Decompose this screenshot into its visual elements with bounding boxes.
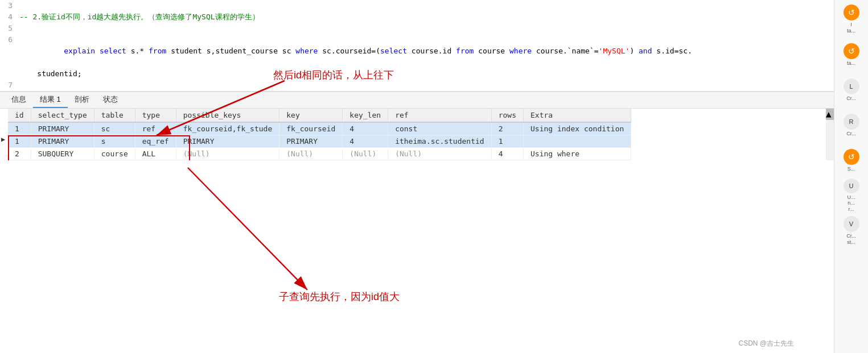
- code-line-6: 6 explain select s.* from student s,stud…: [0, 34, 834, 68]
- line-number: 3: [0, 0, 17, 11]
- code-content: -- 2.验证id不同，id越大越先执行。（查询选修了MySQL课程的学生）: [17, 11, 834, 23]
- refresh-icon-1: ↺: [844, 5, 859, 20]
- sidebar-btn-4[interactable]: R Cr...: [838, 108, 865, 142]
- cell-rows: 1: [491, 135, 523, 148]
- col-rows: rows: [491, 109, 523, 122]
- col-ref: ref: [388, 109, 492, 122]
- cell-extra: Using where: [523, 148, 631, 160]
- cell-select-type: SUBQUERY: [31, 148, 94, 160]
- sidebar-btn-6[interactable]: U U...n...r...: [838, 178, 865, 213]
- sidebar-label-7: Cr...st...: [846, 233, 856, 246]
- l-icon: L: [844, 78, 859, 94]
- col-select-type: select_type: [31, 109, 94, 122]
- code-line-6b: studentid;: [0, 68, 834, 80]
- tab-result1[interactable]: 结果 1: [33, 92, 68, 108]
- r-icon: R: [844, 114, 859, 130]
- sidebar-btn-5[interactable]: ↺ S...: [838, 143, 865, 177]
- cell-possible-keys: (Null): [176, 148, 279, 160]
- cell-possible-keys: PRIMARY: [176, 135, 279, 148]
- cell-key: fk_courseid: [279, 122, 343, 135]
- cell-extra: [523, 135, 631, 148]
- cell-select-type: PRIMARY: [31, 122, 94, 135]
- col-key: key: [279, 109, 343, 122]
- cell-ref: (Null): [388, 148, 492, 160]
- row-indicator: ▶: [1, 135, 5, 143]
- col-type: type: [135, 109, 176, 122]
- results-table: id select_type table type possible_keys …: [8, 109, 631, 160]
- cell-id: 1: [8, 122, 31, 135]
- sidebar-label-1: Ita...: [847, 22, 855, 34]
- cell-rows: 2: [491, 122, 523, 135]
- cell-key-len: (Null): [343, 148, 388, 160]
- line-number: 5: [0, 23, 17, 34]
- cell-select-type: PRIMARY: [31, 135, 94, 148]
- sidebar-label-2: ta...: [847, 60, 855, 66]
- sidebar-btn-7[interactable]: V Cr...st...: [838, 214, 865, 248]
- code-line-3: 3: [0, 0, 834, 11]
- results-section: ▶ id select_type table type possible_key…: [0, 109, 834, 160]
- refresh-icon-3: ↺: [844, 149, 859, 165]
- svg-line-2: [188, 168, 307, 290]
- col-table: table: [94, 109, 135, 122]
- cell-type: eq_ref: [135, 135, 176, 148]
- cell-possible-keys: fk_courseid,fk_stude: [176, 122, 279, 135]
- cell-table: course: [94, 148, 135, 160]
- cell-table: sc: [94, 122, 135, 135]
- annotation-bottom-text: 子查询先执行，因为id值大: [279, 290, 400, 304]
- col-key-len: key_len: [343, 109, 388, 122]
- refresh-icon-2: ↺: [844, 43, 859, 59]
- cell-type: ALL: [135, 148, 176, 160]
- sidebar-btn-1[interactable]: ↺ Ita...: [838, 2, 865, 36]
- line-number: 6: [0, 34, 17, 45]
- cell-table: s: [94, 135, 135, 148]
- table-row: 2 SUBQUERY course ALL (Null) (Null) (Nul…: [8, 148, 631, 160]
- cell-extra: Using index condition: [523, 122, 631, 135]
- sidebar-label-6: U...n...r...: [847, 194, 855, 213]
- scrollbar-thumb[interactable]: ▲: [826, 109, 834, 120]
- cell-id: 1: [8, 135, 31, 148]
- tab-status[interactable]: 状态: [96, 92, 125, 108]
- cell-ref: const: [388, 122, 492, 135]
- col-extra: Extra: [523, 109, 631, 122]
- v-icon: V: [844, 216, 859, 232]
- sidebar-label-5: S...: [848, 166, 855, 172]
- tabs-bar: 信息 结果 1 剖析 状态: [0, 92, 834, 109]
- u-icon: U: [844, 178, 859, 193]
- code-content: explain select s.* from student s,studen…: [17, 34, 834, 68]
- scrollbar-track[interactable]: ▲: [826, 109, 834, 160]
- code-editor: 3 4 -- 2.验证id不同，id越大越先执行。（查询选修了MySQL课程的学…: [0, 0, 834, 92]
- code-line-5: 5: [0, 23, 834, 34]
- line-number: 4: [0, 11, 17, 23]
- tab-profile[interactable]: 剖析: [68, 92, 96, 108]
- cell-key-len: 4: [343, 122, 388, 135]
- table-row: 1 PRIMARY sc ref fk_courseid,fk_stude fk…: [8, 122, 631, 135]
- code-content: studentid;: [17, 68, 834, 80]
- cell-key: (Null): [279, 148, 343, 160]
- cell-rows: 4: [491, 148, 523, 160]
- watermark: CSDN @吉士先生: [738, 339, 794, 348]
- code-line-4: 4 -- 2.验证id不同，id越大越先执行。（查询选修了MySQL课程的学生）: [0, 11, 834, 23]
- cell-ref: itheima.sc.studentid: [388, 135, 492, 148]
- sidebar-label-3: Cr...: [846, 95, 856, 101]
- code-line-7: 7: [0, 80, 834, 91]
- right-sidebar: ↺ Ita... ↺ ta... L Cr... R Cr... ↺ S... …: [834, 0, 868, 353]
- col-id: id: [8, 109, 31, 122]
- cell-key: PRIMARY: [279, 135, 343, 148]
- sidebar-btn-2[interactable]: ↺ ta...: [838, 38, 865, 72]
- tab-info[interactable]: 信息: [5, 92, 33, 108]
- sidebar-label-4: Cr...: [846, 131, 856, 136]
- col-possible-keys: possible_keys: [176, 109, 279, 122]
- line-number: 7: [0, 80, 17, 91]
- sidebar-btn-3[interactable]: L Cr...: [838, 73, 865, 107]
- cell-key-len: 4: [343, 135, 388, 148]
- cell-type: ref: [135, 122, 176, 135]
- cell-id: 2: [8, 148, 31, 160]
- table-row: 1 PRIMARY s eq_ref PRIMARY PRIMARY 4 ith…: [8, 135, 631, 148]
